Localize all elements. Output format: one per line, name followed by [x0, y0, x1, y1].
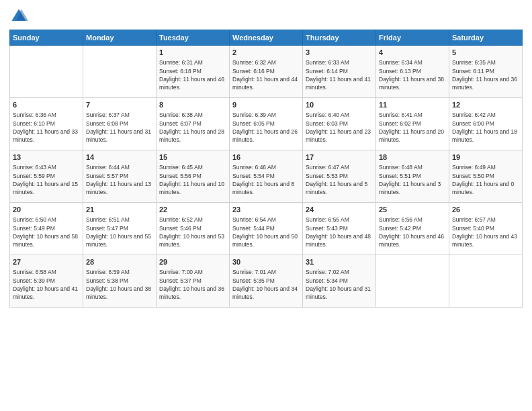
day-cell: 27Sunrise: 6:58 AM Sunset: 5:39 PM Dayli… — [10, 255, 83, 308]
day-cell: 14Sunrise: 6:44 AM Sunset: 5:57 PM Dayli… — [83, 150, 157, 203]
day-number: 11 — [379, 100, 446, 110]
calendar-table: SundayMondayTuesdayWednesdayThursdayFrid… — [9, 30, 523, 308]
day-cell: 12Sunrise: 6:42 AM Sunset: 6:00 PM Dayli… — [449, 98, 523, 150]
page: SundayMondayTuesdayWednesdayThursdayFrid… — [0, 0, 532, 411]
day-number: 25 — [379, 205, 446, 215]
day-number: 23 — [232, 205, 300, 215]
day-cell — [10, 46, 83, 98]
day-info: Sunrise: 6:38 AM Sunset: 6:07 PM Dayligh… — [159, 111, 226, 144]
day-number: 27 — [13, 257, 80, 267]
day-info: Sunrise: 6:58 AM Sunset: 5:39 PM Dayligh… — [13, 268, 80, 301]
day-info: Sunrise: 6:49 AM Sunset: 5:50 PM Dayligh… — [452, 163, 519, 196]
day-cell: 22Sunrise: 6:52 AM Sunset: 5:46 PM Dayli… — [157, 203, 230, 255]
day-number: 22 — [159, 205, 226, 215]
weekday-header-saturday: Saturday — [449, 30, 523, 46]
day-number: 15 — [159, 152, 226, 163]
day-cell: 26Sunrise: 6:57 AM Sunset: 5:40 PM Dayli… — [449, 203, 523, 255]
week-row-2: 6Sunrise: 6:36 AM Sunset: 6:10 PM Daylig… — [10, 98, 523, 150]
day-cell: 29Sunrise: 7:00 AM Sunset: 5:37 PM Dayli… — [157, 255, 230, 308]
day-cell: 5Sunrise: 6:35 AM Sunset: 6:11 PM Daylig… — [449, 46, 523, 98]
day-number: 24 — [306, 205, 373, 215]
day-cell: 1Sunrise: 6:31 AM Sunset: 6:18 PM Daylig… — [157, 46, 230, 98]
day-info: Sunrise: 6:35 AM Sunset: 6:11 PM Dayligh… — [452, 58, 519, 91]
day-info: Sunrise: 6:39 AM Sunset: 6:05 PM Dayligh… — [232, 111, 300, 144]
day-cell: 10Sunrise: 6:40 AM Sunset: 6:03 PM Dayli… — [303, 98, 376, 150]
day-number: 28 — [86, 257, 153, 267]
day-info: Sunrise: 6:42 AM Sunset: 6:00 PM Dayligh… — [452, 111, 519, 144]
week-row-4: 20Sunrise: 6:50 AM Sunset: 5:49 PM Dayli… — [10, 203, 523, 255]
day-number: 2 — [232, 48, 300, 58]
day-info: Sunrise: 6:36 AM Sunset: 6:10 PM Dayligh… — [13, 111, 80, 144]
day-cell: 13Sunrise: 6:43 AM Sunset: 5:59 PM Dayli… — [10, 150, 83, 203]
day-info: Sunrise: 6:33 AM Sunset: 6:14 PM Dayligh… — [306, 58, 373, 91]
logo — [9, 7, 31, 26]
day-number: 5 — [452, 48, 519, 58]
day-cell: 15Sunrise: 6:45 AM Sunset: 5:56 PM Dayli… — [157, 150, 230, 203]
week-row-3: 13Sunrise: 6:43 AM Sunset: 5:59 PM Dayli… — [10, 150, 523, 203]
day-cell: 4Sunrise: 6:34 AM Sunset: 6:13 PM Daylig… — [376, 46, 449, 98]
week-row-1: 1Sunrise: 6:31 AM Sunset: 6:18 PM Daylig… — [10, 46, 523, 98]
day-info: Sunrise: 6:47 AM Sunset: 5:53 PM Dayligh… — [306, 163, 373, 196]
day-cell: 17Sunrise: 6:47 AM Sunset: 5:53 PM Dayli… — [303, 150, 376, 203]
weekday-header-monday: Monday — [83, 30, 157, 46]
logo-icon — [9, 7, 28, 26]
day-number: 13 — [13, 152, 80, 163]
day-info: Sunrise: 7:01 AM Sunset: 5:35 PM Dayligh… — [232, 268, 300, 301]
day-number: 9 — [232, 100, 300, 110]
day-info: Sunrise: 6:45 AM Sunset: 5:56 PM Dayligh… — [159, 163, 226, 196]
day-cell: 16Sunrise: 6:46 AM Sunset: 5:54 PM Dayli… — [230, 150, 303, 203]
weekday-header-wednesday: Wednesday — [230, 30, 303, 46]
day-info: Sunrise: 6:56 AM Sunset: 5:42 PM Dayligh… — [379, 216, 446, 248]
day-info: Sunrise: 6:46 AM Sunset: 5:54 PM Dayligh… — [232, 163, 300, 196]
day-number: 26 — [452, 205, 519, 215]
day-cell: 31Sunrise: 7:02 AM Sunset: 5:34 PM Dayli… — [303, 255, 376, 308]
day-cell: 21Sunrise: 6:51 AM Sunset: 5:47 PM Dayli… — [83, 203, 157, 255]
day-cell: 23Sunrise: 6:54 AM Sunset: 5:44 PM Dayli… — [230, 203, 303, 255]
day-cell: 30Sunrise: 7:01 AM Sunset: 5:35 PM Dayli… — [230, 255, 303, 308]
day-cell: 20Sunrise: 6:50 AM Sunset: 5:49 PM Dayli… — [10, 203, 83, 255]
weekday-header-friday: Friday — [376, 30, 449, 46]
day-number: 6 — [13, 100, 80, 110]
day-info: Sunrise: 6:44 AM Sunset: 5:57 PM Dayligh… — [86, 163, 153, 196]
day-cell: 8Sunrise: 6:38 AM Sunset: 6:07 PM Daylig… — [157, 98, 230, 150]
day-cell: 9Sunrise: 6:39 AM Sunset: 6:05 PM Daylig… — [230, 98, 303, 150]
day-number: 12 — [452, 100, 519, 110]
day-info: Sunrise: 6:54 AM Sunset: 5:44 PM Dayligh… — [232, 216, 300, 248]
weekday-header-sunday: Sunday — [10, 30, 83, 46]
day-number: 4 — [379, 48, 446, 58]
day-info: Sunrise: 6:57 AM Sunset: 5:40 PM Dayligh… — [452, 216, 519, 248]
day-cell: 3Sunrise: 6:33 AM Sunset: 6:14 PM Daylig… — [303, 46, 376, 98]
day-number: 21 — [86, 205, 153, 215]
weekday-header-row: SundayMondayTuesdayWednesdayThursdayFrid… — [10, 30, 523, 46]
day-number: 30 — [232, 257, 300, 267]
day-info: Sunrise: 6:43 AM Sunset: 5:59 PM Dayligh… — [13, 163, 80, 196]
day-info: Sunrise: 6:50 AM Sunset: 5:49 PM Dayligh… — [13, 216, 80, 248]
day-cell: 19Sunrise: 6:49 AM Sunset: 5:50 PM Dayli… — [449, 150, 523, 203]
day-cell: 24Sunrise: 6:55 AM Sunset: 5:43 PM Dayli… — [303, 203, 376, 255]
day-info: Sunrise: 6:31 AM Sunset: 6:18 PM Dayligh… — [159, 58, 226, 91]
day-cell: 28Sunrise: 6:59 AM Sunset: 5:38 PM Dayli… — [83, 255, 157, 308]
weekday-header-thursday: Thursday — [303, 30, 376, 46]
day-info: Sunrise: 6:48 AM Sunset: 5:51 PM Dayligh… — [379, 163, 446, 196]
day-number: 17 — [306, 152, 373, 163]
day-number: 31 — [306, 257, 373, 267]
day-number: 8 — [159, 100, 226, 110]
day-number: 7 — [86, 100, 153, 110]
day-cell — [83, 46, 157, 98]
day-number: 10 — [306, 100, 373, 110]
day-cell: 25Sunrise: 6:56 AM Sunset: 5:42 PM Dayli… — [376, 203, 449, 255]
day-info: Sunrise: 7:02 AM Sunset: 5:34 PM Dayligh… — [306, 268, 373, 301]
day-info: Sunrise: 6:40 AM Sunset: 6:03 PM Dayligh… — [306, 111, 373, 144]
day-info: Sunrise: 6:32 AM Sunset: 6:16 PM Dayligh… — [232, 58, 300, 91]
day-info: Sunrise: 6:37 AM Sunset: 6:08 PM Dayligh… — [86, 111, 153, 144]
day-cell: 18Sunrise: 6:48 AM Sunset: 5:51 PM Dayli… — [376, 150, 449, 203]
day-cell: 7Sunrise: 6:37 AM Sunset: 6:08 PM Daylig… — [83, 98, 157, 150]
weekday-header-tuesday: Tuesday — [157, 30, 230, 46]
day-info: Sunrise: 7:00 AM Sunset: 5:37 PM Dayligh… — [159, 268, 226, 301]
day-info: Sunrise: 6:55 AM Sunset: 5:43 PM Dayligh… — [306, 216, 373, 248]
day-number: 20 — [13, 205, 80, 215]
day-number: 19 — [452, 152, 519, 163]
day-cell: 6Sunrise: 6:36 AM Sunset: 6:10 PM Daylig… — [10, 98, 83, 150]
day-number: 16 — [232, 152, 300, 163]
day-info: Sunrise: 6:41 AM Sunset: 6:02 PM Dayligh… — [379, 111, 446, 144]
